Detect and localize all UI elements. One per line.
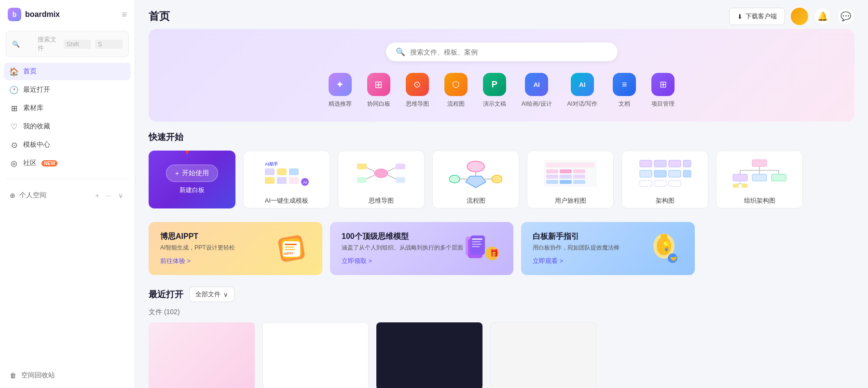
svg-rect-74 [472, 246, 480, 247]
svg-rect-38 [654, 160, 666, 167]
aippt-illustration: AIPPT [272, 232, 311, 265]
assets-icon: ⊞ [10, 104, 18, 112]
promo-aippt-img: AIPPT [272, 232, 311, 265]
user-journey-preview [527, 154, 613, 193]
svg-text:🎁: 🎁 [489, 249, 499, 258]
category-ai-draw[interactable]: AI AI绘画/设计 [522, 73, 552, 108]
svg-rect-33 [573, 175, 585, 179]
category-presentation[interactable]: P 演示文稿 [483, 73, 506, 108]
category-project[interactable]: ⊞ 项目管理 [651, 73, 675, 108]
quick-card-architecture[interactable]: 架构图 [621, 151, 708, 208]
sidebar-item-community[interactable]: ◎ 社区 NEW [4, 154, 131, 172]
svg-rect-37 [640, 160, 652, 167]
sidebar-item-assets[interactable]: ⊞ 素材库 [4, 99, 131, 117]
search-icon: 🔍 [12, 41, 34, 48]
file-thumbnail-2[interactable] [376, 322, 482, 388]
svg-text:AI助手: AI助手 [265, 162, 278, 166]
promo-guide-img: 💡 🤝 [645, 232, 683, 265]
sidebar-item-recent[interactable]: 🕐 最近打开 [4, 81, 131, 98]
category-mindmap-icon: ⊙ [406, 73, 429, 96]
favorites-icon: ♡ [10, 122, 18, 131]
hero-search-bar[interactable]: 🔍 [386, 42, 618, 61]
personal-space-more-button[interactable]: ··· [104, 191, 113, 200]
collapse-sidebar-button[interactable]: ≡ [122, 10, 127, 20]
sidebar-item-home[interactable]: 🏠 首页 [4, 63, 131, 80]
promo-aippt-desc: AI智能生成，PPT设计更轻松 [160, 244, 272, 252]
quick-card-flowchart[interactable]: 流程图 [432, 151, 519, 208]
new-whiteboard-card[interactable]: + 开始使用 新建白板 [149, 151, 235, 208]
category-featured-icon: ✦ [329, 73, 352, 96]
org-chart-preview [716, 154, 802, 193]
category-whiteboard[interactable]: ⊞ 协同白板 [367, 73, 390, 108]
quick-card-user-journey[interactable]: 用户旅程图 [527, 151, 614, 208]
recent-filter-dropdown[interactable]: 全部文件 ∨ [189, 287, 234, 302]
personal-space-expand-button[interactable]: ∨ [116, 191, 125, 200]
promo-mindmodels[interactable]: 100个顶级思维模型 涵盖了从个人到组织、从战略到执行的多个层面 立即领取 > … [330, 222, 513, 275]
hero-search-input[interactable] [410, 48, 608, 56]
user-avatar[interactable] [791, 8, 808, 25]
promo-mindmodels-img: 🎁 [463, 232, 502, 265]
sidebar-item-favorites[interactable]: ♡ 我的收藏 [4, 118, 131, 135]
promo-mindmodels-link[interactable]: 立即领取 > [342, 257, 463, 265]
promo-guide-desc: 用白板协作，宛如团队提效魔法棒 [533, 244, 645, 252]
quick-card-ai-template[interactable]: AI助手 AI AI一键生成模板 [243, 151, 330, 208]
svg-text:💡: 💡 [661, 241, 672, 251]
sidebar-item-favorites-label: 我的收藏 [23, 122, 50, 131]
personal-space-label: 个人空间 [19, 191, 46, 200]
sidebar-search[interactable]: 🔍 搜索文件 Shift S [6, 31, 129, 57]
category-featured[interactable]: ✦ 精选推荐 [329, 73, 352, 108]
svg-rect-30 [573, 169, 585, 173]
notification-settings-button[interactable]: 🔔 [814, 8, 831, 25]
svg-rect-36 [573, 180, 585, 184]
sidebar-item-community-label: 社区 [23, 159, 37, 167]
logo-area: b boardmix [8, 8, 60, 21]
file-thumbnail-0[interactable] [149, 322, 255, 388]
svg-rect-29 [560, 169, 572, 173]
file-thumbnail-3[interactable] [490, 322, 596, 388]
promo-guide[interactable]: 白板新手指引 用白板协作，宛如团队提效魔法棒 立即观看 > 💡 🤝 [521, 222, 695, 275]
promo-aippt-title: 博思AIPPT [160, 232, 272, 242]
svg-rect-44 [683, 170, 691, 177]
category-doc[interactable]: ≡ 文档 [613, 73, 636, 108]
personal-space-add-button[interactable]: + [93, 191, 101, 200]
download-btn-label: 下载客户端 [745, 12, 777, 21]
flowchart-label: 流程图 [467, 196, 485, 205]
category-featured-label: 精选推荐 [329, 100, 352, 108]
hero-search-icon: 🔍 [396, 47, 405, 56]
svg-rect-65 [285, 247, 294, 248]
recent-title: 最近打开 [149, 289, 183, 300]
sidebar-item-templates[interactable]: ⊙ 模板中心 [4, 136, 131, 153]
recent-header: 最近打开 全部文件 ∨ [149, 287, 854, 302]
promo-aippt-link[interactable]: 前往体验 > [160, 257, 272, 265]
personal-space-header[interactable]: ⊕ 个人空间 + ··· ∨ [4, 187, 131, 204]
category-flowchart[interactable]: ⬡ 流程图 [444, 73, 468, 108]
file-thumbnail-1[interactable] [262, 322, 369, 388]
svg-rect-41 [640, 170, 652, 177]
sidebar-item-trash[interactable]: 🗑 空间回收站 [4, 367, 131, 384]
svg-point-19 [467, 161, 484, 172]
hero-categories: ✦ 精选推荐 ⊞ 协同白板 ⊙ 思维导图 ⬡ 流程图 [164, 73, 839, 108]
search-shortcut-shift: Shift [64, 40, 91, 49]
filter-label: 全部文件 [195, 290, 220, 299]
svg-rect-43 [669, 170, 681, 177]
plus-icon: + [175, 169, 179, 177]
svg-rect-16 [396, 177, 405, 183]
promo-guide-link[interactable]: 立即观看 > [533, 257, 645, 265]
svg-point-10 [374, 169, 388, 178]
svg-rect-73 [472, 244, 482, 245]
category-ai-chat[interactable]: AI AI对话/写作 [567, 73, 598, 108]
sidebar-item-home-label: 首页 [23, 67, 37, 76]
trash-label: 空间回收站 [21, 371, 55, 380]
quick-card-mindmap[interactable]: 思维导图 [338, 151, 425, 208]
start-using-button[interactable]: + 开始使用 [166, 165, 218, 182]
svg-rect-5 [265, 177, 275, 184]
hero-banner: 🔍 ✦ 精选推荐 ⊞ 协同白板 ⊙ 思维导图 [149, 29, 854, 122]
feedback-button[interactable]: 💬 [837, 8, 854, 25]
category-mindmap[interactable]: ⊙ 思维导图 [406, 73, 429, 108]
promo-aippt[interactable]: 博思AIPPT AI智能生成，PPT设计更轻松 前往体验 > AIPPT [149, 222, 322, 275]
download-client-button[interactable]: ⬇ 下载客户端 [729, 8, 785, 25]
main-header: 首页 ⬇ 下载客户端 🔔 💬 [135, 0, 868, 29]
search-shortcut-s: S [95, 40, 123, 49]
quick-card-org-chart[interactable]: 组织架构图 [716, 151, 803, 208]
architecture-preview [622, 154, 708, 193]
